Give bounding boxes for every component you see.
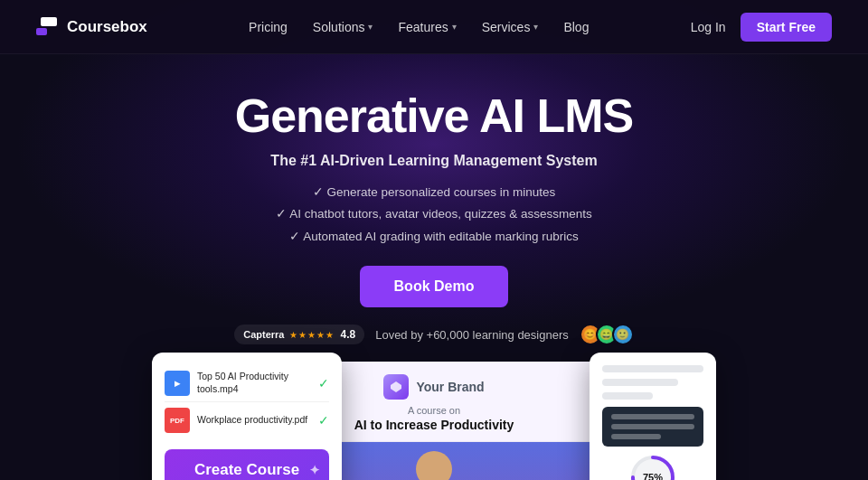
capterra-logo-text: Capterra xyxy=(243,329,284,340)
right-panel: 75% xyxy=(590,353,716,480)
file-item-1: ▶ Top 50 AI Productivity tools.mp4 ✓ xyxy=(165,365,329,401)
chevron-down-icon: ▾ xyxy=(533,22,538,32)
dark-line-3 xyxy=(611,434,661,439)
text-line-2 xyxy=(602,379,678,386)
nav-link-services[interactable]: Services ▾ xyxy=(482,20,539,34)
nav-item-blog[interactable]: Blog xyxy=(563,20,589,34)
sparkle-icon: ✦ xyxy=(309,463,320,477)
text-line-1 xyxy=(602,365,703,372)
page-wrapper: Coursebox Pricing Solutions ▾ Features ▾ xyxy=(0,0,868,480)
logo-icon xyxy=(36,17,61,37)
avatar-3: 🙂 xyxy=(612,324,634,345)
upload-card: ▶ Top 50 AI Productivity tools.mp4 ✓ PDF… xyxy=(152,353,342,480)
file-name-2: Workplace productivity.pdf xyxy=(197,414,311,427)
capterra-stars: ★★★★★ xyxy=(289,330,335,340)
nav-item-features[interactable]: Features ▾ xyxy=(398,20,456,34)
nav-actions: Log In Start Free xyxy=(691,13,832,42)
mp4-icon: ▶ xyxy=(165,371,190,396)
file-item-2: PDF Workplace productivity.pdf ✓ xyxy=(165,401,329,438)
chevron-down-icon: ▾ xyxy=(368,22,373,32)
check-icon-2: ✓ xyxy=(318,413,329,428)
nav-link-features[interactable]: Features ▾ xyxy=(398,20,456,34)
pdf-icon: PDF xyxy=(165,408,190,433)
logo-box-bottom xyxy=(36,28,47,35)
login-button[interactable]: Log In xyxy=(691,20,726,34)
person-face xyxy=(416,451,452,480)
hero-section: Generative AI LMS The #1 AI-Driven Learn… xyxy=(0,54,868,345)
hero-feature-3: Automated AI grading with editable marki… xyxy=(0,226,868,248)
logo[interactable]: Coursebox xyxy=(36,17,147,37)
nav-item-services[interactable]: Services ▾ xyxy=(482,20,539,34)
hero-feature-1: Generate personalized courses in minutes xyxy=(0,182,868,203)
nav-link-solutions[interactable]: Solutions ▾ xyxy=(313,20,373,34)
dark-line-1 xyxy=(611,414,694,419)
check-icon-1: ✓ xyxy=(318,376,329,391)
file-name-1: Top 50 AI Productivity tools.mp4 xyxy=(197,371,311,395)
logo-text: Coursebox xyxy=(67,18,147,36)
progress-circle: 75% xyxy=(629,454,676,480)
dark-block xyxy=(602,407,703,447)
social-proof: Capterra ★★★★★ 4.8 Loved by +60,000 lear… xyxy=(0,324,868,345)
preview-area: ▶ Top 50 AI Productivity tools.mp4 ✓ PDF… xyxy=(0,362,868,480)
avatar-group: 😊 😄 🙂 xyxy=(580,324,634,345)
dark-line-2 xyxy=(611,424,694,429)
loved-by-text: Loved by +60,000 learning designers xyxy=(375,328,569,342)
chevron-down-icon: ▾ xyxy=(452,22,457,32)
brand-icon xyxy=(383,374,409,400)
capterra-badge: Capterra ★★★★★ 4.8 xyxy=(234,325,364,344)
nav-link-blog[interactable]: Blog xyxy=(563,20,589,34)
nav-item-solutions[interactable]: Solutions ▾ xyxy=(313,20,373,34)
start-free-button[interactable]: Start Free xyxy=(741,13,832,42)
text-line-3 xyxy=(602,392,653,400)
main-content: Generative AI LMS The #1 AI-Driven Learn… xyxy=(0,54,868,480)
create-course-button[interactable]: Create Course ✦ xyxy=(165,449,329,480)
nav-links: Pricing Solutions ▾ Features ▾ Services … xyxy=(249,20,589,34)
hero-subtitle: The #1 AI-Driven Learning Management Sys… xyxy=(0,153,868,169)
nav-item-pricing[interactable]: Pricing xyxy=(249,20,288,34)
progress-text: 75% xyxy=(643,472,663,480)
book-demo-button[interactable]: Book Demo xyxy=(360,266,509,307)
hero-features: Generate personalized courses in minutes… xyxy=(0,182,868,248)
logo-box-top xyxy=(41,17,57,26)
nav-link-pricing[interactable]: Pricing xyxy=(249,20,288,34)
capterra-score: 4.8 xyxy=(340,328,355,341)
navbar: Coursebox Pricing Solutions ▾ Features ▾ xyxy=(0,0,868,54)
hero-feature-2: AI chatbot tutors, avatar videos, quizze… xyxy=(0,203,868,225)
brand-name: Your Brand xyxy=(416,380,484,394)
hero-title: Generative AI LMS xyxy=(0,90,868,142)
